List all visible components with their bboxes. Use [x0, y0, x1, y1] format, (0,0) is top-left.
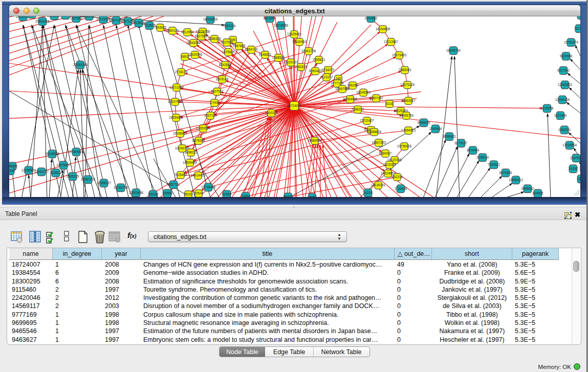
svg-text:12213382: 12213382: [169, 85, 184, 89]
svg-text:7625402: 7625402: [175, 173, 187, 177]
svg-text:22420046: 22420046: [188, 53, 203, 56]
svg-text:18724007: 18724007: [287, 104, 302, 107]
svg-text:96152: 96152: [184, 192, 193, 196]
svg-text:8660124: 8660124: [166, 29, 179, 32]
svg-text:2935114: 2935114: [476, 156, 489, 159]
svg-text:10292: 10292: [569, 167, 578, 170]
svg-text:3912954: 3912954: [181, 30, 194, 34]
svg-text:13495754: 13495754: [399, 114, 414, 117]
svg-text:12093822: 12093822: [558, 83, 573, 86]
svg-text:10958127: 10958127: [97, 181, 112, 185]
svg-text:9827552: 9827552: [211, 90, 224, 93]
svg-text:1300217: 1300217: [265, 111, 278, 115]
svg-text:10688609: 10688609: [367, 130, 382, 134]
svg-text:9327508: 9327508: [221, 40, 233, 44]
svg-text:19975857: 19975857: [56, 163, 71, 167]
svg-text:15751074: 15751074: [564, 40, 579, 44]
svg-text:19384554: 19384554: [308, 139, 322, 142]
svg-text:2047682: 2047682: [365, 16, 378, 20]
svg-text:252214: 252214: [391, 175, 403, 179]
svg-text:1733426: 1733426: [395, 187, 407, 190]
svg-text:7186: 7186: [309, 195, 316, 197]
svg-text:18245514: 18245514: [356, 91, 371, 94]
svg-text:16216: 16216: [363, 191, 373, 194]
svg-text:8878342: 8878342: [192, 139, 205, 142]
svg-text:7632621: 7632621: [488, 163, 500, 166]
svg-text:15720407: 15720407: [360, 119, 375, 122]
svg-text:2505115: 2505115: [67, 174, 79, 178]
svg-text:12353594: 12353594: [196, 126, 211, 130]
svg-text:9474444: 9474444: [467, 148, 480, 152]
svg-text:17654923: 17654923: [401, 128, 416, 132]
svg-text:2367608: 2367608: [233, 44, 246, 48]
svg-text:1875685: 1875685: [222, 50, 235, 54]
svg-text:16543362: 16543362: [186, 41, 201, 45]
svg-text:18220337: 18220337: [284, 60, 298, 64]
svg-text:1362625: 1362625: [295, 65, 308, 69]
svg-text:1621064: 1621064: [554, 114, 567, 117]
svg-text:16033809: 16033809: [203, 17, 218, 21]
svg-text:16497568: 16497568: [335, 87, 350, 91]
svg-text:1640954: 1640954: [429, 127, 442, 130]
svg-text:20053346: 20053346: [73, 63, 88, 67]
svg-text:9327509: 9327509: [195, 34, 208, 38]
svg-text:9457791: 9457791: [167, 183, 180, 186]
svg-text:17004: 17004: [210, 101, 219, 104]
svg-text:13325419: 13325419: [287, 32, 302, 36]
svg-text:39154: 39154: [9, 169, 15, 172]
svg-text:14136141: 14136141: [371, 183, 386, 187]
svg-text:16648784: 16648784: [446, 49, 461, 52]
svg-text:12213967: 12213967: [384, 40, 399, 43]
svg-text:9777169: 9777169: [331, 81, 344, 85]
svg-text:19166827: 19166827: [173, 132, 188, 135]
svg-text:20206536: 20206536: [45, 152, 60, 156]
svg-text:14914479: 14914479: [191, 173, 206, 177]
svg-text:1588520: 1588520: [272, 56, 285, 59]
svg-text:16107552: 16107552: [168, 100, 183, 103]
svg-text:1167534: 1167534: [570, 156, 580, 160]
svg-text:924505: 924505: [532, 191, 543, 195]
svg-text:13640910: 13640910: [292, 40, 307, 43]
svg-text:3498222: 3498222: [185, 150, 198, 154]
svg-text:10654: 10654: [241, 194, 250, 197]
svg-text:16961758: 16961758: [301, 49, 316, 53]
svg-text:6466160: 6466160: [83, 16, 96, 18]
svg-text:1527602: 1527602: [70, 16, 83, 20]
svg-text:8684067: 8684067: [379, 151, 392, 155]
svg-text:2718179: 2718179: [175, 70, 188, 74]
svg-text:19218586: 19218586: [274, 24, 289, 27]
svg-text:1615112: 1615112: [383, 163, 396, 166]
svg-text:17957225: 17957225: [81, 178, 96, 181]
svg-text:12444154: 12444154: [555, 98, 570, 101]
svg-text:7357224: 7357224: [223, 24, 236, 28]
svg-text:17359928: 17359928: [69, 150, 84, 154]
svg-text:8186328: 8186328: [208, 37, 221, 40]
svg-text:9227342: 9227342: [557, 69, 570, 72]
svg-text:7955812: 7955812: [313, 58, 325, 61]
svg-text:8215958: 8215958: [541, 106, 554, 110]
svg-text:16154808: 16154808: [376, 27, 390, 31]
svg-text:7386372: 7386372: [352, 107, 364, 111]
svg-text:6216: 6216: [386, 102, 394, 105]
svg-text:18807293: 18807293: [372, 141, 386, 144]
svg-text:8471626: 8471626: [499, 171, 512, 174]
svg-text:92450: 92450: [222, 192, 231, 196]
svg-text:9329966: 9329966: [560, 54, 573, 58]
svg-text:4121072: 4121072: [320, 75, 333, 79]
svg-text:8938923: 8938923: [443, 135, 456, 138]
svg-text:111724: 111724: [574, 27, 580, 30]
svg-text:12942737: 12942737: [34, 170, 49, 173]
svg-text:8990443: 8990443: [309, 69, 322, 73]
svg-text:10973493: 10973493: [392, 53, 407, 57]
svg-text:6179197: 6179197: [455, 141, 468, 145]
svg-text:7485063: 7485063: [399, 68, 411, 72]
svg-text:9891: 9891: [181, 55, 189, 58]
svg-text:15716485: 15716485: [201, 185, 216, 189]
svg-text:17016504: 17016504: [562, 143, 577, 147]
svg-text:20524: 20524: [194, 191, 203, 195]
svg-text:6734072: 6734072: [322, 68, 335, 72]
svg-text:10807487: 10807487: [369, 96, 384, 100]
svg-text:114513: 114513: [51, 171, 61, 174]
svg-text:9245052: 9245052: [521, 187, 534, 190]
svg-text:9146821: 9146821: [259, 53, 272, 56]
